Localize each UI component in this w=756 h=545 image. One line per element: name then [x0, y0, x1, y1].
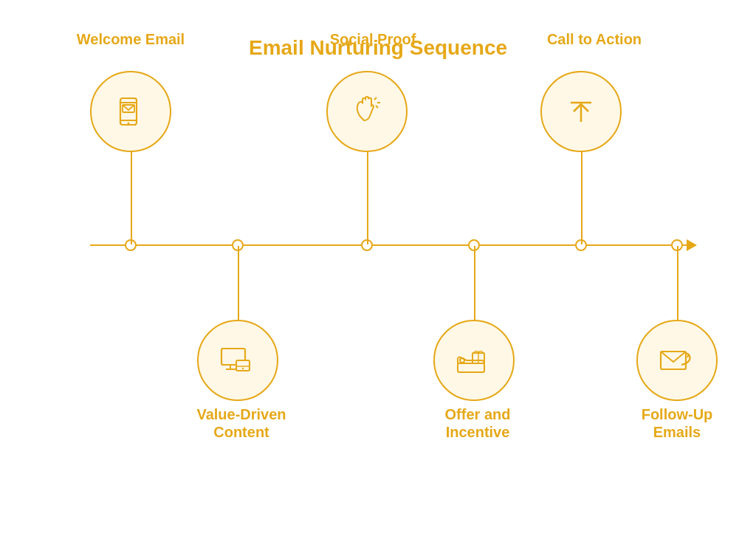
timeline-area: Welcome Email Value-DrivenContent: [46, 104, 710, 414]
call-to-action-icon: [559, 89, 603, 134]
label-call-to-action: Call to Action: [524, 30, 664, 48]
connector-call-to-action: [581, 152, 583, 244]
connector-social-proof: [367, 152, 368, 244]
connector-welcome-email: [131, 152, 132, 244]
icon-circle-follow-up: [636, 320, 718, 401]
diagram-container: Email Nurturing Sequence Welcome Email: [24, 21, 732, 524]
svg-point-10: [242, 368, 244, 369]
svg-line-13: [376, 106, 378, 108]
offer-incentive-icon: [452, 338, 496, 383]
value-driven-icon: [216, 338, 260, 383]
svg-rect-14: [458, 363, 484, 372]
icon-circle-value-driven: [197, 320, 278, 401]
label-welcome-email: Welcome Email: [61, 30, 201, 48]
follow-up-icon: [655, 338, 699, 383]
icon-circle-social-proof: [326, 71, 408, 152]
label-follow-up: Follow-UpEmails: [607, 405, 747, 441]
icon-circle-welcome-email: [90, 71, 171, 152]
svg-line-11: [374, 97, 377, 100]
connector-value-driven: [238, 246, 239, 320]
icon-circle-call-to-action: [540, 71, 622, 152]
social-proof-icon: [345, 89, 389, 134]
connector-offer-incentive: [474, 246, 475, 320]
label-social-proof: Social Proof: [303, 30, 443, 48]
label-value-driven: Value-DrivenContent: [175, 405, 308, 441]
label-offer-incentive: Offer andIncentive: [408, 405, 548, 441]
welcome-email-icon: [109, 89, 153, 134]
icon-circle-offer-incentive: [433, 320, 515, 401]
timeline-line: [90, 244, 688, 246]
connector-follow-up: [677, 246, 678, 320]
svg-point-3: [128, 123, 130, 125]
svg-point-15: [460, 358, 464, 363]
